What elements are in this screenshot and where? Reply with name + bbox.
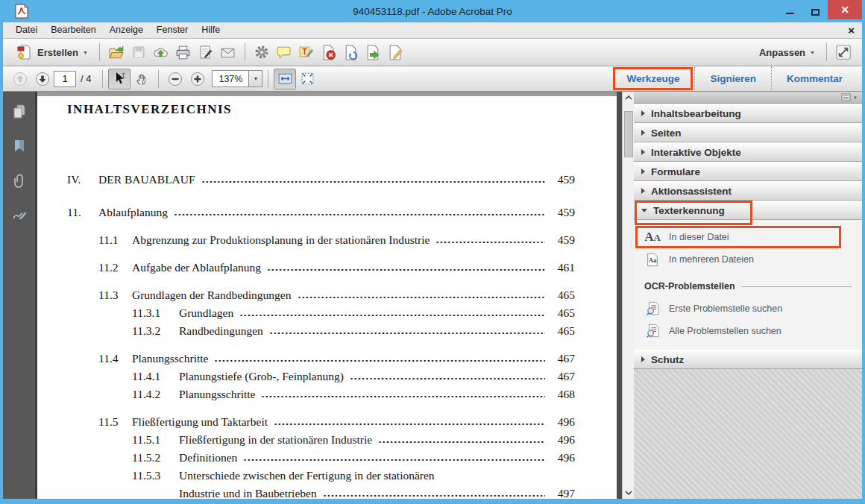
fullscreen-button[interactable] xyxy=(832,42,855,63)
open-file-button[interactable] xyxy=(105,42,128,63)
maximize-button[interactable] xyxy=(802,0,828,22)
tab-werkzeuge[interactable]: Werkzeuge xyxy=(611,66,694,92)
next-page-button[interactable] xyxy=(31,69,54,89)
section-texterkennung[interactable]: Texterkennung xyxy=(634,201,862,220)
toc-entry: Industrie und in Baubetrieben497 xyxy=(37,485,617,499)
menu-item-anzeige[interactable]: Anzeige xyxy=(103,22,150,38)
close-button[interactable]: ✕ xyxy=(828,0,862,19)
bookmark-icon xyxy=(11,138,28,154)
window-title: 940453118.pdf - Adobe Acrobat Pro xyxy=(3,6,862,17)
comment-button[interactable] xyxy=(273,42,295,63)
zoom-in-icon xyxy=(189,71,206,87)
toc-entry-page: 459 xyxy=(550,231,575,249)
delete-pages-button[interactable] xyxy=(318,42,340,63)
sign-document-button[interactable] xyxy=(195,42,217,63)
maximize-icon xyxy=(811,9,820,16)
section-schutz[interactable]: Schutz xyxy=(634,350,862,369)
find-all-suspects-icon xyxy=(644,323,661,339)
panel-item-in-mehreren-dateien[interactable]: AaIn mehreren Dateien xyxy=(634,248,862,271)
panel-sections-bottom: Schutz xyxy=(634,350,862,369)
panel-sections-top: InhaltsbearbeitungSeitenInteraktive Obje… xyxy=(634,104,862,201)
menu-item-bearbeiten[interactable]: Bearbeiten xyxy=(44,22,102,38)
menubar-items: DateiBearbeitenAnzeigeFensterHilfe xyxy=(9,22,227,38)
section-interaktive-objekte[interactable]: Interaktive Objekte xyxy=(634,142,862,162)
texterkennung-items: AAIn dieser DateiAaIn mehreren Dateien xyxy=(634,226,862,271)
vertical-scrollbar[interactable] xyxy=(622,92,634,499)
fit-width-icon xyxy=(277,70,294,87)
toc-entry: 11.3Grundlagen der Randbedingungen465 xyxy=(37,286,617,304)
zoom-in-button[interactable] xyxy=(186,69,209,89)
toc-entry-title: Aufgabe der Ablaufplanung xyxy=(132,259,261,277)
menu-item-hilfe[interactable]: Hilfe xyxy=(195,22,227,38)
menu-item-datei[interactable]: Datei xyxy=(9,22,44,38)
edit-page-button[interactable] xyxy=(385,42,407,63)
toolbar-separator xyxy=(245,43,245,61)
zoom-level-value: 137% xyxy=(213,71,248,86)
signature-icon xyxy=(10,206,28,224)
toc-entry: 11.3.1Grundlagen465 xyxy=(37,304,617,322)
fit-page-button[interactable] xyxy=(296,69,318,89)
settings-button[interactable] xyxy=(251,42,273,63)
section-aktionsassistent[interactable]: Aktionsassistent xyxy=(634,181,862,201)
hand-tool-button[interactable] xyxy=(130,69,153,89)
highlight-text-button[interactable]: T xyxy=(295,42,318,63)
delete-page-icon xyxy=(320,44,337,61)
zoom-level-combobox[interactable]: 137% ▼ xyxy=(212,70,262,87)
toc-entry-title: Randbedingungen xyxy=(179,322,263,340)
toolbar-separator xyxy=(158,70,159,88)
zoom-out-icon xyxy=(167,71,183,87)
scroll-down-button[interactable] xyxy=(623,487,635,499)
page-refresh-button[interactable] xyxy=(340,42,362,63)
attachments-button[interactable] xyxy=(10,171,29,190)
scrollbar-thumb[interactable] xyxy=(624,111,633,157)
panel-item-label: Alle Problemstellen suchen xyxy=(669,326,781,336)
print-button[interactable] xyxy=(172,42,195,63)
email-button[interactable] xyxy=(217,42,239,63)
ocr-subsection-label: OCR-Problemstellen xyxy=(644,281,735,292)
page-count-label: / 4 xyxy=(81,73,91,84)
menubar: DateiBearbeitenAnzeigeFensterHilfe × xyxy=(3,22,862,39)
save-button[interactable] xyxy=(128,42,150,63)
previous-page-button[interactable] xyxy=(9,69,31,89)
section-seiten[interactable]: Seiten xyxy=(634,123,862,142)
create-pdf-button[interactable]: Erstellen ▼ xyxy=(10,41,94,63)
panel-item-erste-problemstelle-suchen[interactable]: Erste Problemstelle suchen xyxy=(634,297,862,320)
zoom-out-button[interactable] xyxy=(164,69,186,89)
section-label: Aktionsassistent xyxy=(651,186,732,197)
minimize-button[interactable] xyxy=(777,0,802,22)
fit-width-button[interactable] xyxy=(274,69,296,89)
toc-entry-page: 461 xyxy=(550,259,575,277)
toc-entry: 11.5.2Definitionen496 xyxy=(37,449,617,467)
page-thumbnails-button[interactable] xyxy=(10,102,29,122)
printer-icon xyxy=(174,44,192,61)
tab-signieren[interactable]: Signieren xyxy=(694,66,771,92)
page-down-icon xyxy=(34,71,51,87)
menu-item-fenster[interactable]: Fenster xyxy=(150,22,195,38)
page-up-icon xyxy=(12,71,28,87)
chevron-down-icon[interactable]: ▼ xyxy=(853,95,858,100)
upload-cloud-button[interactable] xyxy=(150,42,172,63)
scroll-up-button[interactable] xyxy=(623,92,635,104)
close-icon: ✕ xyxy=(840,4,849,16)
panel-menu-icon[interactable] xyxy=(841,93,851,101)
zoom-dropdown-button[interactable]: ▼ xyxy=(248,71,262,86)
panel-item-alle-problemstellen-suchen[interactable]: Alle Problemstellen suchen xyxy=(634,320,862,342)
section-formulare[interactable]: Formulare xyxy=(634,162,862,181)
toc-entry-title: Abgrenzung zur Produktionsplanung in der… xyxy=(132,231,430,249)
section-inhaltsbearbeitung[interactable]: Inhaltsbearbeitung xyxy=(634,104,862,123)
customize-button[interactable]: Anpassen ▼ xyxy=(753,41,821,63)
toc-dot-leader xyxy=(261,385,545,403)
close-document-button[interactable]: × xyxy=(848,24,855,37)
page-number-input[interactable] xyxy=(54,71,76,87)
toc-entry-page: 459 xyxy=(550,171,575,189)
triangle-right-icon xyxy=(641,168,645,174)
bookmarks-button[interactable] xyxy=(10,136,29,156)
tab-kommentar[interactable]: Kommentar xyxy=(771,66,858,92)
texterkennung-content: AAIn dieser DateiAaIn mehreren Dateien O… xyxy=(634,220,862,350)
panel-item-in-dieser-datei[interactable]: AAIn dieser Datei xyxy=(634,226,862,248)
export-page-button[interactable] xyxy=(362,42,385,63)
select-tool-button[interactable] xyxy=(108,69,130,89)
signatures-button[interactable] xyxy=(10,205,29,224)
cloud-upload-icon xyxy=(152,44,169,61)
toc-entry: 11.3.2Randbedingungen465 xyxy=(37,322,617,340)
